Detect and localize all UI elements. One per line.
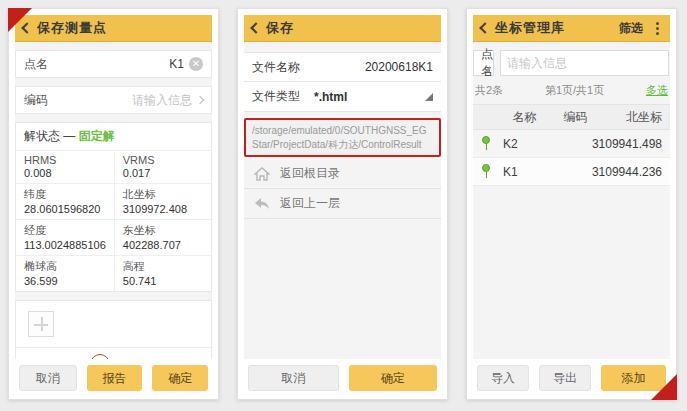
file-type-label: 文件类型 — [252, 88, 300, 105]
row-north: 3109941.498 — [592, 137, 670, 151]
metric-vrms: VRMS0.017 — [115, 151, 211, 183]
save-file-content: 文件名称 20200618K1 文件类型 *.html /storage/emu… — [244, 42, 441, 359]
add-photo-placeholder[interactable] — [28, 311, 54, 337]
stats-row: 共2条 第1页/共1页 多选 — [473, 83, 670, 104]
save-point-button-bar: 取消 报告 确定 — [9, 359, 218, 399]
header-code: 编码 — [550, 109, 601, 126]
metric-east: 东坐标402288.707 — [115, 219, 211, 255]
code-field[interactable]: 编码 请输入信息 — [15, 86, 212, 114]
code-placeholder: 请输入信息 — [132, 92, 192, 109]
row-north: 3109944.236 — [592, 165, 670, 179]
multi-select-link[interactable]: 多选 — [646, 83, 668, 98]
point-name-field[interactable]: 点名 K1 ✕ — [15, 50, 212, 78]
dropdown-corner-icon — [425, 93, 433, 101]
metrics-grid: HRMS0.008 VRMS0.017 纬度28.0601596820 北坐标3… — [16, 151, 211, 291]
save-point-content: 点名 K1 ✕ 编码 请输入信息 解状态 — 固定解 — [15, 42, 212, 359]
overflow-menu-icon[interactable] — [653, 20, 662, 37]
page-indicator: 第1页/共1页 — [503, 83, 646, 98]
metric-latitude: 纬度28.0601596820 — [16, 183, 115, 219]
current-path-box: /storage/emulated/0/SOUTHGNSS_EGStar/Pro… — [244, 118, 441, 157]
screen-save-file: 保存 文件名称 20200618K1 文件类型 *.html /storage/… — [237, 8, 448, 400]
nav-up-label: 返回上一层 — [280, 195, 340, 212]
table-row[interactable]: K2 3109941.498 — [473, 130, 670, 158]
row-name: K2 — [499, 137, 545, 151]
nav-up-directory[interactable]: 返回上一层 — [244, 189, 441, 219]
export-button[interactable]: 导出 — [539, 365, 591, 391]
back-arrow-icon — [254, 197, 270, 211]
metric-longitude: 经度113.0024885106 — [16, 219, 115, 255]
code-label: 编码 — [24, 92, 48, 109]
ok-button[interactable]: 确定 — [349, 365, 438, 391]
metric-hrms: HRMS0.008 — [16, 151, 115, 183]
file-type-dropdown[interactable]: 文件类型 *.html — [244, 82, 441, 112]
solution-status-label: 解状态 — — [24, 129, 75, 143]
point-pin-icon — [481, 136, 491, 151]
table-row[interactable]: K1 3109944.236 — [473, 158, 670, 186]
record-count: 共2条 — [475, 83, 503, 98]
appbar-coordinate-library: 坐标管理库 筛选 — [473, 15, 670, 42]
point-name-value: K1 — [169, 57, 184, 71]
search-field-label: 点名 — [481, 46, 493, 80]
table-header: 名称 编码 北坐标 — [473, 104, 670, 130]
search-field-selector[interactable]: 点名 — [473, 50, 494, 76]
dropdown-corner-icon — [484, 66, 490, 72]
file-name-label: 文件名称 — [252, 59, 300, 76]
coordinate-library-content: 点名 共2条 第1页/共1页 多选 名称 编码 北坐标 K2 — [473, 42, 670, 359]
file-name-value: 20200618K1 — [365, 60, 433, 74]
file-type-value: *.html — [314, 90, 347, 104]
page-title: 保存测量点 — [37, 19, 107, 37]
annotation-corner-red-icon — [8, 8, 32, 32]
report-button[interactable]: 报告 — [87, 365, 143, 391]
solution-status: 解状态 — 固定解 — [16, 123, 211, 151]
nav-root-label: 返回根目录 — [280, 165, 340, 182]
nav-root-directory[interactable]: 返回根目录 — [244, 159, 441, 189]
cancel-button[interactable]: 取消 — [248, 365, 339, 391]
coordinate-library-button-bar: 导入 导出 添加 — [467, 359, 676, 399]
point-pin-icon — [481, 164, 491, 179]
photo-thumbnail-area — [16, 301, 211, 348]
clear-icon[interactable]: ✕ — [189, 57, 203, 71]
annotation-corner-red-icon — [651, 374, 677, 400]
metric-ellipsoid-height: 椭球高36.599 — [16, 255, 115, 291]
metric-elevation: 高程50.741 — [115, 255, 211, 291]
chevron-right-icon — [196, 96, 204, 104]
row-name: K1 — [499, 165, 545, 179]
back-icon[interactable] — [250, 22, 261, 33]
home-icon — [254, 167, 270, 181]
search-bar: 点名 — [473, 50, 670, 76]
cancel-button[interactable]: 取消 — [19, 365, 77, 391]
file-name-field[interactable]: 文件名称 20200618K1 — [244, 52, 441, 82]
search-input[interactable] — [500, 50, 669, 76]
point-name-label: 点名 — [24, 56, 48, 73]
header-north: 北坐标 — [601, 109, 670, 126]
screen-coordinate-library: 坐标管理库 筛选 点名 共2条 第1页/共1页 多选 名称 — [466, 8, 677, 400]
filter-button[interactable]: 筛选 — [615, 18, 647, 39]
import-button[interactable]: 导入 — [477, 365, 529, 391]
page-title: 坐标管理库 — [495, 19, 565, 37]
appbar-save-measure-point: 保存测量点 — [15, 15, 212, 42]
metric-north: 北坐标3109972.408 — [115, 183, 211, 219]
page-title: 保存 — [266, 19, 294, 37]
solution-panel: 解状态 — 固定解 HRMS0.008 VRMS0.017 纬度28.06015… — [15, 122, 212, 292]
screenshot-stage: 保存测量点 点名 K1 ✕ 编码 请输入信息 解状态 — 固定解 — [0, 0, 687, 411]
screen-save-measure-point: 保存测量点 点名 K1 ✕ 编码 请输入信息 解状态 — 固定解 — [8, 8, 219, 400]
save-file-button-bar: 取消 确定 — [238, 359, 447, 399]
back-icon[interactable] — [479, 22, 490, 33]
solution-status-value: 固定解 — [79, 129, 115, 143]
take-photo-button[interactable]: 拍照 — [16, 348, 211, 359]
photo-panel: 拍照 — [15, 300, 212, 359]
appbar-save: 保存 — [244, 15, 441, 42]
ok-button[interactable]: 确定 — [152, 365, 208, 391]
header-name: 名称 — [499, 109, 550, 126]
